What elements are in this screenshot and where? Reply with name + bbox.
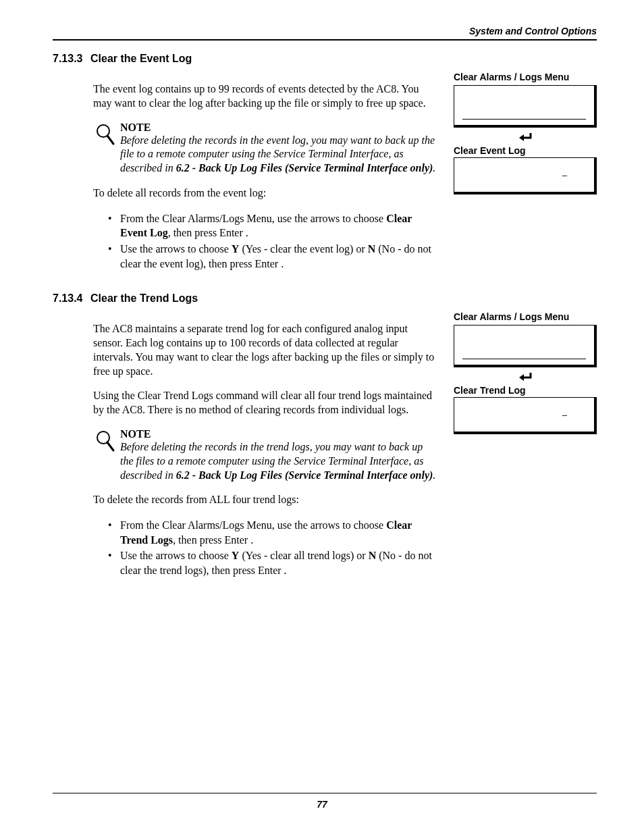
- sidebar-diagram: Clear Alarms / Logs Menu Clear Trend Log…: [454, 311, 597, 434]
- running-header: System and Control Options: [53, 26, 597, 39]
- note-block: NOTE Before deleting the records in the …: [90, 122, 437, 176]
- panel-dash: –: [562, 410, 567, 420]
- footer-rule: [53, 793, 597, 793]
- note-block: NOTE Before deleting the records in the …: [90, 428, 437, 482]
- sub-panel: –: [454, 157, 597, 194]
- lead-sentence: To delete the records from ALL four tren…: [93, 493, 437, 507]
- intro-paragraph: The AC8 maintains a separate trend log f…: [93, 322, 437, 378]
- sidebar-diagram: Clear Alarms / Logs Menu Clear Event Log…: [454, 72, 597, 194]
- menu-panel: [454, 325, 597, 367]
- sidebar-subtitle: Clear Trend Log: [454, 385, 526, 396]
- enter-arrow-icon: [517, 371, 533, 384]
- list-item: From the Clear Alarms/Logs Menu, use the…: [120, 518, 437, 547]
- note-body: Before deleting the records in the event…: [120, 134, 437, 176]
- section-title: Clear the Event Log: [90, 53, 192, 64]
- svg-line-3: [107, 442, 113, 450]
- sidebar-title: Clear Alarms / Logs Menu: [454, 72, 597, 82]
- enter-arrow-icon: [517, 132, 533, 144]
- note-body: Before deleting the records in the trend…: [120, 440, 437, 482]
- list-item: Use the arrows to choose Y (Yes - clear …: [120, 242, 437, 271]
- sub-panel: –: [454, 397, 597, 434]
- section-title: Clear the Trend Logs: [90, 292, 198, 304]
- menu-panel: [454, 85, 597, 128]
- body-paragraph: Using the Clear Trend Logs command will …: [93, 389, 437, 417]
- list-item: Use the arrows to choose Y (Yes - clear …: [120, 548, 437, 577]
- svg-line-1: [107, 136, 113, 144]
- lead-sentence: To delete all records from the event log…: [93, 186, 437, 201]
- header-rule: [53, 39, 597, 41]
- magnifier-icon: [95, 123, 115, 146]
- section-number: 7.13.3: [53, 53, 90, 65]
- note-label: NOTE: [120, 122, 437, 134]
- sidebar-subtitle: Clear Event Log: [454, 145, 526, 156]
- list-item: From the Clear Alarms/Logs Menu, use the…: [120, 211, 437, 240]
- section-heading: 7.13.4Clear the Trend Logs: [53, 292, 597, 305]
- magnifier-icon: [95, 429, 115, 452]
- sidebar-title: Clear Alarms / Logs Menu: [454, 311, 597, 322]
- intro-paragraph: The event log contains up to 99 records …: [93, 82, 437, 111]
- section-heading: 7.13.3Clear the Event Log: [53, 53, 597, 65]
- page-number: 77: [0, 799, 644, 810]
- section-number: 7.13.4: [53, 292, 90, 305]
- panel-dash: –: [562, 170, 567, 180]
- note-label: NOTE: [120, 428, 437, 440]
